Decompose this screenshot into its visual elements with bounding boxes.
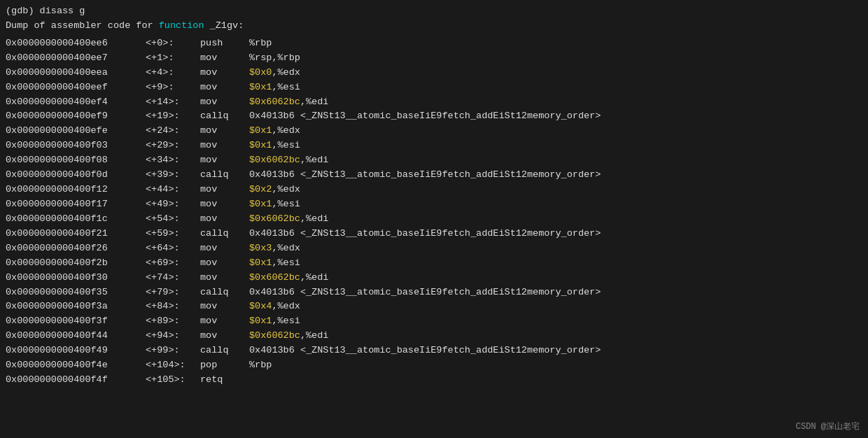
instr-mnemonic: mov — [200, 271, 249, 285]
instr-operand: $0x1,%esi — [249, 197, 300, 212]
instr-offset: <+69>: — [146, 256, 195, 271]
instr-offset: <+14>: — [146, 95, 195, 110]
prompt-line: (gdb) disass g — [6, 4, 862, 19]
instr-mnemonic: mov — [200, 95, 249, 110]
instr-mnemonic: callq — [200, 344, 249, 358]
instruction-row: 0x0000000000400eea <+4>:mov$0x0,%edx — [6, 66, 862, 80]
instruction-row: 0x0000000000400f49 <+99>:callq0x4013b6 <… — [6, 344, 862, 358]
instr-mnemonic: mov — [200, 80, 249, 95]
instr-addr: 0x0000000000400f3f — [6, 314, 146, 329]
instr-addr: 0x0000000000400f35 — [6, 285, 146, 300]
instr-mnemonic: mov — [200, 197, 249, 212]
instr-addr: 0x0000000000400f4f — [6, 373, 146, 388]
instruction-row: 0x0000000000400eef <+9>:mov$0x1,%esi — [6, 80, 862, 95]
instr-mnemonic: pop — [200, 358, 249, 373]
instr-addr: 0x0000000000400ee7 — [6, 51, 146, 66]
instr-mnemonic: mov — [200, 241, 249, 256]
instruction-row: 0x0000000000400f03 <+29>:mov$0x1,%esi — [6, 139, 862, 153]
instr-operand: $0x4,%edx — [249, 299, 300, 314]
instr-offset: <+89>: — [146, 314, 195, 329]
instruction-row: 0x0000000000400ee6 <+0>:push%rbp — [6, 36, 862, 51]
instr-offset: <+29>: — [146, 139, 195, 153]
instruction-row: 0x0000000000400f08 <+34>:mov$0x6062bc,%e… — [6, 153, 862, 168]
instr-operand: $0x1,%esi — [249, 314, 300, 329]
instruction-row: 0x0000000000400f21 <+59>:callq0x4013b6 <… — [6, 227, 862, 241]
instr-addr: 0x0000000000400f17 — [6, 197, 146, 212]
dump-prefix: Dump of assembler code for — [6, 20, 159, 31]
instr-addr: 0x0000000000400f4e — [6, 358, 146, 373]
dump-suffix: _Z1gv: — [204, 20, 244, 31]
instructions-block: 0x0000000000400ee6 <+0>:push%rbp 0x00000… — [6, 34, 862, 390]
instruction-row: 0x0000000000400ee7 <+1>:mov%rsp,%rbp — [6, 51, 862, 66]
instr-mnemonic: mov — [200, 256, 249, 271]
instr-operand: $0x2,%edx — [249, 183, 300, 197]
watermark: CSDN @深山老宅 — [796, 421, 860, 432]
instr-offset: <+79>: — [146, 285, 195, 300]
instr-offset: <+105>: — [146, 373, 195, 388]
instr-operand: %rbp — [249, 358, 272, 373]
instruction-row: 0x0000000000400ef9 <+19>:callq0x4013b6 <… — [6, 109, 862, 124]
instr-mnemonic: mov — [200, 139, 249, 153]
instruction-row: 0x0000000000400efe <+24>:mov$0x1,%edx — [6, 124, 862, 139]
instr-operand: $0x6062bc,%edi — [249, 271, 328, 285]
instr-addr: 0x0000000000400ee6 — [6, 36, 146, 51]
instr-offset: <+84>: — [146, 299, 195, 314]
instr-operand: $0x6062bc,%edi — [249, 95, 328, 110]
instr-mnemonic: mov — [200, 299, 249, 314]
instr-operand: $0x1,%esi — [249, 256, 300, 271]
instruction-row: 0x0000000000400ef4 <+14>:mov$0x6062bc,%e… — [6, 95, 862, 110]
instr-offset: <+9>: — [146, 80, 195, 95]
instr-offset: <+64>: — [146, 241, 195, 256]
instr-offset: <+99>: — [146, 344, 195, 358]
instr-addr: 0x0000000000400f2b — [6, 256, 146, 271]
instr-addr: 0x0000000000400f30 — [6, 271, 146, 285]
instr-offset: <+59>: — [146, 227, 195, 241]
instr-operand: $0x1,%esi — [249, 80, 300, 95]
instr-operand: %rbp — [249, 36, 272, 51]
instr-mnemonic: mov — [200, 212, 249, 227]
instr-addr: 0x0000000000400f1c — [6, 212, 146, 227]
instr-operand: %rsp,%rbp — [249, 51, 300, 66]
instr-mnemonic: callq — [200, 109, 249, 124]
instr-addr: 0x0000000000400eea — [6, 66, 146, 80]
instr-addr: 0x0000000000400f3a — [6, 299, 146, 314]
instr-addr: 0x0000000000400efe — [6, 124, 146, 139]
instr-mnemonic: mov — [200, 153, 249, 168]
instruction-row: 0x0000000000400f3f <+89>:mov$0x1,%esi — [6, 314, 862, 329]
instr-offset: <+44>: — [146, 183, 195, 197]
instr-addr: 0x0000000000400f0d — [6, 168, 146, 183]
instr-offset: <+19>: — [146, 109, 195, 124]
instr-mnemonic: retq — [200, 373, 249, 388]
instr-operand: 0x4013b6 <_ZNSt13__atomic_baseIiE9fetch_… — [249, 227, 601, 241]
instr-addr: 0x0000000000400f26 — [6, 241, 146, 256]
instr-mnemonic: mov — [200, 329, 249, 344]
instr-operand: $0x6062bc,%edi — [249, 212, 328, 227]
instr-operand: $0x1,%edx — [249, 124, 300, 139]
instr-addr: 0x0000000000400f44 — [6, 329, 146, 344]
instruction-row: 0x0000000000400f4f <+105>:retq — [6, 373, 862, 388]
instr-mnemonic: callq — [200, 227, 249, 241]
instr-addr: 0x0000000000400f21 — [6, 227, 146, 241]
instr-offset: <+34>: — [146, 153, 195, 168]
instr-mnemonic: mov — [200, 66, 249, 80]
instr-offset: <+24>: — [146, 124, 195, 139]
instr-operand: $0x0,%edx — [249, 66, 300, 80]
instruction-row: 0x0000000000400f4e <+104>:pop%rbp — [6, 358, 862, 373]
instruction-row: 0x0000000000400f12 <+44>:mov$0x2,%edx — [6, 183, 862, 197]
instr-offset: <+74>: — [146, 271, 195, 285]
instruction-row: 0x0000000000400f26 <+64>:mov$0x3,%edx — [6, 241, 862, 256]
instr-operand: 0x4013b6 <_ZNSt13__atomic_baseIiE9fetch_… — [249, 344, 601, 358]
instr-operand: $0x6062bc,%edi — [249, 153, 328, 168]
instr-offset: <+54>: — [146, 212, 195, 227]
instruction-row: 0x0000000000400f1c <+54>:mov$0x6062bc,%e… — [6, 212, 862, 227]
instr-operand: $0x1,%esi — [249, 139, 300, 153]
instr-offset: <+39>: — [146, 168, 195, 183]
instr-addr: 0x0000000000400f12 — [6, 183, 146, 197]
instr-addr: 0x0000000000400ef9 — [6, 109, 146, 124]
instr-offset: <+0>: — [146, 36, 195, 51]
instr-addr: 0x0000000000400eef — [6, 80, 146, 95]
prompt-text: (gdb) disass g — [6, 6, 85, 16]
instruction-row: 0x0000000000400f0d <+39>:callq0x4013b6 <… — [6, 168, 862, 183]
instruction-row: 0x0000000000400f2b <+69>:mov$0x1,%esi — [6, 256, 862, 271]
dump-keyword: function — [159, 20, 204, 31]
